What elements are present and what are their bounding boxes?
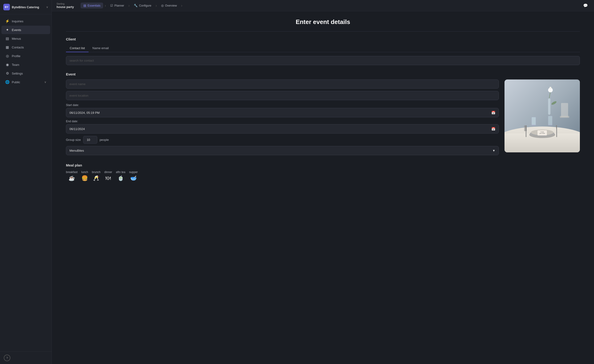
step-overview[interactable]: ◎ Overview <box>158 3 180 8</box>
sidebar-logo: BY <box>3 4 10 10</box>
client-section-label: Client <box>66 37 580 41</box>
meal-item-supper[interactable]: supper 🥣 <box>129 170 138 181</box>
svg-rect-16 <box>532 125 536 125</box>
step-sep-2: › <box>128 4 129 8</box>
tab-contact-list[interactable]: Contact list <box>66 45 88 52</box>
end-date-value: 06/11/2024 <box>69 127 85 131</box>
breakfast-icon: ☕ <box>68 175 75 181</box>
overview-label: Overview <box>165 4 177 7</box>
section-divider <box>66 31 580 32</box>
sidebar-brand-name: ByteBites Catering <box>12 5 44 9</box>
planner-icon: ☑ <box>110 4 113 7</box>
group-size-row: Group size people <box>66 136 499 144</box>
aftn-tea-icon: 🍵 <box>118 175 124 181</box>
team-label: Team <box>12 63 19 66</box>
svg-rect-24 <box>561 103 568 117</box>
configure-icon: 🔧 <box>134 4 138 7</box>
sidebar-item-team[interactable]: ◉ Team <box>1 60 50 69</box>
contacts-label: Contacts <box>12 46 24 49</box>
form-and-image: Start date: 06/11/2024, 05:19 PM 📅 End d… <box>66 79 580 157</box>
event-section: Event Start date: 06/11/2024, 05:19 PM 📅… <box>66 72 580 157</box>
client-tabs: Contact list Name email <box>66 45 580 52</box>
lunch-icon: 🍔 <box>81 175 88 181</box>
group-size-input[interactable] <box>83 136 97 144</box>
sidebar-item-contacts[interactable]: ▦ Contacts <box>1 43 50 52</box>
help-button[interactable]: ? <box>4 355 10 361</box>
sidebar-header[interactable]: BY ByteBites Catering ∨ <box>0 0 52 14</box>
end-date-calendar-icon: 📅 <box>491 127 495 131</box>
team-icon: ◉ <box>5 63 9 67</box>
event-section-label: Event <box>66 72 580 76</box>
step-sep-3: › <box>155 4 157 8</box>
end-date-input[interactable]: 06/11/2024 📅 <box>66 124 499 134</box>
meal-item-breakfast[interactable]: breakfast ☕ <box>66 170 77 181</box>
sidebar: BY ByteBites Catering ∨ ⚡ Inquiries ✦ Ev… <box>0 0 52 364</box>
group-size-label: Group size <box>66 138 81 142</box>
supper-label: supper <box>129 170 138 174</box>
sidebar-expand-icon[interactable]: ∨ <box>46 5 48 9</box>
meal-item-aftn-tea[interactable]: aftn tea 🍵 <box>116 170 125 181</box>
step-essentials[interactable]: ▤ Essentials <box>81 3 103 8</box>
step-planner[interactable]: ☑ Planner <box>108 3 127 8</box>
meal-item-brunch[interactable]: brunch 🥂 <box>92 170 101 181</box>
brunch-icon: 🥂 <box>93 175 99 181</box>
meal-item-dinner[interactable]: dinner 🍽 <box>104 170 112 181</box>
events-label: Events <box>12 28 21 32</box>
planner-label: Planner <box>115 4 124 7</box>
event-location-input[interactable] <box>66 91 499 100</box>
sidebar-item-settings[interactable]: ⚙ Settings <box>1 69 50 78</box>
menus-label: Menus <box>12 37 21 40</box>
event-name-input[interactable] <box>66 79 499 89</box>
event-image-svg: Create your event <box>505 79 580 152</box>
sidebar-item-events[interactable]: ✦ Events <box>1 26 50 34</box>
dinner-label: dinner <box>104 170 112 174</box>
tab-name-email[interactable]: Name email <box>88 45 112 52</box>
breakfast-label: breakfast <box>66 170 77 174</box>
essentials-icon: ▤ <box>83 4 86 7</box>
contacts-icon: ▦ <box>5 45 9 49</box>
brunch-label: brunch <box>92 170 101 174</box>
end-date-label: End date: <box>66 120 499 123</box>
start-date-calendar-icon: 📅 <box>491 111 495 115</box>
meal-plan-section: Meal plan breakfast ☕ lunch 🍔 brunch 🥂 d… <box>66 163 580 181</box>
sidebar-nav: ⚡ Inquiries ✦ Events ▤ Menus ▦ Contacts … <box>0 14 52 351</box>
chat-button[interactable]: 💬 <box>582 2 589 9</box>
aftn-tea-label: aftn tea <box>116 170 125 174</box>
svg-rect-10 <box>524 125 525 131</box>
supper-icon: 🥣 <box>130 175 137 181</box>
dinner-icon: 🍽 <box>106 175 111 181</box>
form-column: Start date: 06/11/2024, 05:19 PM 📅 End d… <box>66 79 499 157</box>
svg-rect-15 <box>532 117 536 125</box>
sidebar-footer: ? <box>0 351 52 364</box>
step-sep-1: › <box>105 4 106 8</box>
step-sep-4: › <box>181 4 182 8</box>
svg-rect-19 <box>548 98 550 115</box>
svg-rect-11 <box>525 125 526 131</box>
settings-label: Settings <box>12 72 23 75</box>
event-title: house party <box>56 5 74 9</box>
essentials-label: Essentials <box>88 4 101 7</box>
client-section: Client Contact list Name email <box>66 37 580 67</box>
meal-grid: breakfast ☕ lunch 🍔 brunch 🥂 dinner 🍽 af… <box>66 170 580 181</box>
sidebar-item-menus[interactable]: ▤ Menus <box>1 34 50 43</box>
settings-icon: ⚙ <box>5 71 9 76</box>
lunch-label: lunch <box>81 170 88 174</box>
platform-chevron-icon: ▼ <box>492 149 495 152</box>
sidebar-item-public[interactable]: 🌐 Public ∨ <box>1 78 50 86</box>
inquiries-icon: ⚡ <box>5 19 9 23</box>
main-content: Enter event details Client Contact list … <box>52 11 594 364</box>
step-configure[interactable]: 🔧 Configure <box>131 3 154 8</box>
platform-select[interactable]: MenuBites ▼ <box>66 146 499 155</box>
event-image: Create your event <box>505 79 580 152</box>
events-icon: ✦ <box>5 28 9 32</box>
search-contact-input[interactable] <box>66 56 580 65</box>
start-date-value: 06/11/2024, 05:19 PM <box>69 111 100 115</box>
meal-plan-label: Meal plan <box>66 163 580 167</box>
meal-item-lunch[interactable]: lunch 🍔 <box>81 170 88 181</box>
svg-rect-25 <box>560 116 569 118</box>
svg-text:your event: your event <box>539 133 545 134</box>
sidebar-item-profile[interactable]: ◎ Profile <box>1 52 50 60</box>
sidebar-item-inquiries[interactable]: ⚡ Inquiries <box>1 17 50 25</box>
start-date-label: Start date: <box>66 104 499 107</box>
start-date-input[interactable]: 06/11/2024, 05:19 PM 📅 <box>66 108 499 117</box>
